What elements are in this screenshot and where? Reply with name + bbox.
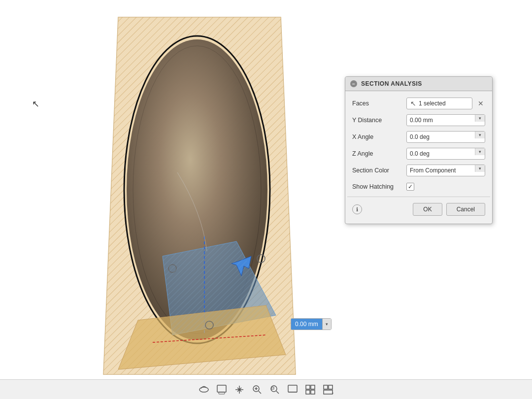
svg-line-26	[259, 391, 261, 394]
panel-body: Faces ↖ 1 selected ✕ Y Distance 0.00 mm …	[345, 91, 492, 224]
toolbar-pan-view-icon[interactable]	[216, 384, 228, 396]
faces-control: ↖ 1 selected ✕	[406, 98, 485, 109]
z-angle-value: 0.0 deg	[407, 148, 475, 159]
faces-label: Faces	[352, 100, 406, 107]
z-angle-label: Z Angle	[352, 150, 406, 157]
x-angle-value: 0.0 deg	[407, 132, 475, 142]
toolbar-grid-icon[interactable]	[304, 384, 316, 396]
ok-button[interactable]: OK	[413, 203, 442, 216]
svg-rect-37	[311, 390, 315, 394]
info-button[interactable]: ℹ	[352, 204, 362, 214]
checkbox-check-mark: ✓	[408, 183, 413, 190]
svg-rect-38	[324, 385, 328, 389]
inline-value-input[interactable]: 0.00 mm ▾	[291, 318, 332, 330]
z-angle-row: Z Angle 0.0 deg ▾	[347, 145, 490, 162]
show-hatching-row: Show Hatching ✓	[347, 179, 490, 195]
inline-input-value[interactable]: 0.00 mm	[291, 319, 322, 330]
svg-rect-22	[217, 385, 226, 392]
y-distance-label: Y Distance	[352, 117, 406, 124]
panel-divider	[347, 197, 490, 197]
y-distance-control: 0.00 mm ▾	[406, 114, 485, 126]
svg-point-21	[200, 387, 208, 392]
section-color-dropdown[interactable]: From Component ▾	[406, 165, 485, 176]
svg-rect-36	[306, 390, 310, 394]
z-angle-control: 0.0 deg ▾	[406, 148, 485, 160]
x-angle-arrow[interactable]: ▾	[475, 132, 485, 138]
section-analysis-panel: − SECTION ANALYSIS Faces ↖ 1 selected ✕ …	[345, 76, 493, 224]
svg-rect-35	[311, 385, 315, 389]
y-distance-value: 0.00 mm	[407, 115, 475, 126]
section-color-row: Section Color From Component ▾	[347, 162, 490, 179]
section-color-value: From Component	[407, 165, 475, 176]
section-color-label: Section Color	[352, 167, 406, 174]
faces-row: Faces ↖ 1 selected ✕	[347, 95, 490, 112]
toolbar-view-modes-icon[interactable]	[287, 384, 299, 396]
toolbar-zoom-icon[interactable]	[251, 384, 263, 396]
show-hatching-control: ✓	[406, 183, 485, 191]
x-angle-label: X Angle	[352, 133, 406, 140]
faces-cursor-icon: ↖	[410, 100, 416, 107]
svg-rect-40	[324, 390, 332, 394]
section-color-control: From Component ▾	[406, 165, 485, 176]
bottom-toolbar	[0, 379, 532, 399]
faces-value-box[interactable]: ↖ 1 selected	[406, 98, 472, 109]
show-hatching-label: Show Hatching	[352, 183, 406, 190]
toolbar-split-view-icon[interactable]	[322, 384, 334, 396]
z-angle-arrow[interactable]: ▾	[475, 148, 485, 155]
panel-footer: ℹ OK Cancel	[347, 199, 490, 220]
panel-header: − SECTION ANALYSIS	[345, 77, 492, 91]
y-distance-row: Y Distance 0.00 mm ▾	[347, 112, 490, 129]
cancel-button[interactable]: Cancel	[446, 203, 485, 216]
svg-point-24	[238, 389, 240, 391]
toolbar-orbit-icon[interactable]	[198, 384, 210, 396]
svg-rect-34	[306, 385, 310, 389]
faces-value-text: 1 selected	[419, 100, 446, 107]
svg-rect-39	[329, 385, 332, 389]
panel-collapse-icon[interactable]: −	[350, 80, 357, 87]
y-distance-arrow[interactable]: ▾	[475, 115, 485, 122]
section-color-arrow[interactable]: ▾	[475, 165, 485, 172]
svg-line-30	[276, 391, 279, 394]
toolbar-zoom-window-icon[interactable]	[269, 384, 281, 396]
show-hatching-checkbox[interactable]: ✓	[406, 183, 414, 191]
toolbar-pan-icon[interactable]	[233, 384, 245, 396]
faces-clear-button[interactable]: ✕	[476, 99, 485, 108]
svg-rect-31	[271, 387, 274, 389]
3d-viewport	[0, 0, 325, 379]
panel-title: SECTION ANALYSIS	[361, 80, 422, 87]
x-angle-row: X Angle 0.0 deg ▾	[347, 129, 490, 145]
inline-input-dropdown-arrow[interactable]: ▾	[322, 319, 331, 330]
x-angle-control: 0.0 deg ▾	[406, 131, 485, 143]
z-angle-dropdown[interactable]: 0.0 deg ▾	[406, 148, 485, 160]
svg-rect-32	[288, 385, 297, 392]
x-angle-dropdown[interactable]: 0.0 deg ▾	[406, 131, 485, 143]
y-distance-dropdown[interactable]: 0.00 mm ▾	[406, 114, 485, 126]
